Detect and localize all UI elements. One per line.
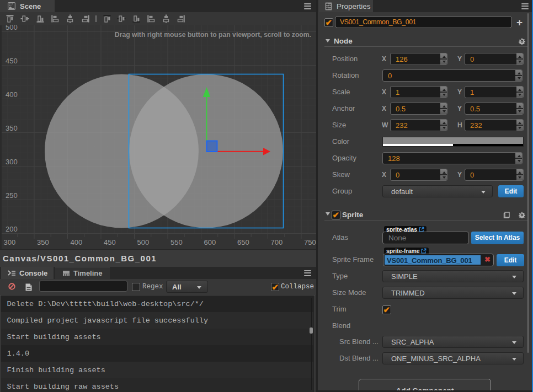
svg-text:300: 300 [6,158,18,166]
svg-text:Drag with right mouse button t: Drag with right mouse button to pan view… [115,31,311,39]
svg-text:450: 450 [104,238,116,246]
svg-text:350: 350 [37,238,49,246]
svg-text:500: 500 [6,25,18,31]
svg-text:650: 650 [237,238,249,246]
svg-text:300: 300 [4,238,16,246]
svg-text:450: 450 [6,57,18,65]
svg-text:750: 750 [304,238,316,246]
svg-text:500: 500 [137,238,150,246]
svg-text:700: 700 [271,238,283,246]
svg-text:200: 200 [6,225,18,233]
svg-text:550: 550 [170,238,183,246]
svg-text:600: 600 [204,238,216,246]
svg-text:400: 400 [6,90,18,99]
svg-text:400: 400 [71,238,83,246]
svg-text:250: 250 [6,191,18,200]
svg-text:350: 350 [6,124,18,132]
